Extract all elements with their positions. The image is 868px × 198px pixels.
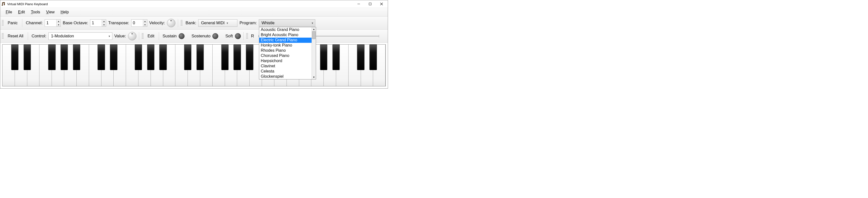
menu-edit[interactable]: Edit — [15, 9, 28, 15]
program-option[interactable]: Clavinet — [259, 64, 312, 69]
black-key[interactable] — [234, 45, 241, 70]
black-key[interactable] — [221, 45, 228, 70]
sostenuto-toggle[interactable] — [212, 33, 218, 39]
piano-keyboard[interactable] — [2, 44, 386, 86]
program-option[interactable]: Glockenspiel — [259, 74, 312, 79]
spin-down-icon[interactable]: ▼ — [57, 23, 61, 27]
spin-up-icon[interactable]: ▲ — [143, 19, 147, 23]
separator — [139, 32, 139, 40]
value-label: Value: — [113, 34, 127, 39]
piano-area — [0, 43, 388, 88]
edit-button[interactable]: Edit — [146, 33, 157, 39]
black-key[interactable] — [73, 45, 80, 70]
menu-tools[interactable]: Tools — [28, 9, 43, 15]
toolbar-handle[interactable] — [246, 33, 248, 39]
spin-down-icon[interactable]: ▼ — [102, 23, 106, 27]
reset-all-button[interactable]: Reset All — [6, 33, 25, 39]
sustain-label: Sustain — [161, 34, 178, 39]
separator — [243, 32, 244, 40]
menu-file[interactable]: File — [3, 9, 15, 15]
menu-view[interactable]: View — [43, 9, 58, 15]
base-octave-input[interactable] — [90, 19, 102, 27]
program-option[interactable]: Honky-tonk Piano — [259, 43, 312, 48]
toolbar-controls: Reset All Control: 1-Modulation ▼ Value:… — [0, 30, 388, 43]
black-key[interactable] — [196, 45, 204, 70]
sostenuto-label: Sostenuto — [190, 34, 212, 39]
scroll-down-icon[interactable]: ▼ — [312, 75, 316, 79]
window-title: Virtual MIDI Piano Keyboard — [7, 2, 48, 6]
channel-spinbox[interactable]: ▲ ▼ — [45, 19, 61, 27]
toolbar-handle[interactable] — [2, 20, 4, 26]
program-combobox[interactable]: Whistle ▼ — [259, 19, 315, 27]
menu-bar: File Edit Tools View Help — [0, 8, 388, 16]
scroll-thumb[interactable] — [312, 31, 315, 39]
separator — [28, 32, 28, 40]
bank-value: General MIDI — [201, 21, 224, 25]
title-bar: Virtual MIDI Piano Keyboard — [0, 0, 388, 8]
close-button[interactable] — [376, 0, 387, 8]
program-option[interactable]: Acoustic Grand Piano — [259, 27, 312, 32]
base-octave-label: Base Octave: — [62, 21, 89, 26]
black-key[interactable] — [333, 45, 340, 70]
velocity-knob[interactable] — [167, 19, 176, 27]
program-option[interactable]: Celesta — [259, 69, 312, 74]
spin-down-icon[interactable]: ▼ — [143, 23, 147, 27]
transpose-input[interactable] — [131, 19, 143, 27]
toolbar-handle[interactable] — [142, 33, 144, 39]
chevron-down-icon: ▼ — [108, 35, 111, 38]
scroll-up-icon[interactable]: ▲ — [312, 27, 316, 31]
sustain-toggle[interactable] — [179, 33, 185, 39]
channel-input[interactable] — [45, 19, 56, 27]
program-dropdown[interactable]: Acoustic Grand PianoBright Acoustic Pian… — [259, 27, 316, 79]
program-option[interactable]: Rhodes Piano — [259, 48, 312, 53]
black-key[interactable] — [61, 45, 68, 70]
panic-button[interactable]: Panic — [6, 20, 20, 26]
transpose-label: Transpose: — [107, 21, 130, 26]
black-key[interactable] — [11, 45, 18, 70]
black-key[interactable] — [98, 45, 105, 70]
black-key[interactable] — [369, 45, 377, 70]
toolbar-handle[interactable] — [2, 33, 4, 39]
black-key[interactable] — [110, 45, 117, 70]
black-key[interactable] — [49, 45, 56, 70]
bank-combobox[interactable]: General MIDI ▼ — [198, 19, 238, 27]
program-option[interactable]: Harpsichord — [259, 58, 312, 64]
toolbar-main: Panic Channel: ▲ ▼ Base Octave: ▲ ▼ Tran… — [0, 16, 388, 30]
program-option[interactable]: Bright Acoustic Piano — [259, 32, 312, 38]
spin-up-icon[interactable]: ▲ — [57, 19, 61, 23]
spin-up-icon[interactable]: ▲ — [102, 19, 106, 23]
transpose-spinbox[interactable]: ▲ ▼ — [131, 19, 147, 27]
separator — [178, 19, 178, 27]
pitch-label-partial: R — [250, 34, 255, 39]
menu-help[interactable]: Help — [58, 9, 72, 15]
toolbar-handle[interactable] — [181, 20, 183, 26]
soft-toggle[interactable] — [235, 33, 241, 39]
control-combobox[interactable]: 1-Modulation ▼ — [49, 32, 113, 40]
black-key[interactable] — [135, 45, 142, 70]
soft-label: Soft — [224, 34, 234, 39]
value-knob[interactable] — [128, 32, 136, 40]
chevron-down-icon: ▼ — [226, 22, 229, 25]
chevron-down-icon: ▼ — [311, 22, 314, 25]
channel-label: Channel: — [25, 21, 44, 26]
control-value: 1-Modulation — [51, 34, 74, 38]
separator — [159, 32, 159, 40]
black-key[interactable] — [246, 45, 253, 70]
base-octave-spinbox[interactable]: ▲ ▼ — [90, 19, 106, 27]
program-option[interactable]: Electric Grand Piano — [259, 38, 312, 43]
black-key[interactable] — [147, 45, 154, 70]
app-icon — [2, 2, 6, 6]
app-window: Virtual MIDI Piano Keyboard File Edit To… — [0, 0, 388, 89]
scrollbar[interactable]: ▲ ▼ — [312, 27, 316, 79]
program-label: Program: — [238, 21, 258, 26]
program-value: Whistle — [261, 21, 274, 25]
minimize-button[interactable] — [353, 0, 364, 8]
black-key[interactable] — [184, 45, 191, 70]
black-key[interactable] — [357, 45, 364, 70]
black-key[interactable] — [159, 45, 167, 70]
velocity-label: Velocity: — [148, 21, 166, 26]
program-option[interactable]: Chorused Piano — [259, 53, 312, 58]
black-key[interactable] — [24, 45, 31, 70]
black-key[interactable] — [320, 45, 327, 70]
maximize-button[interactable] — [364, 0, 376, 8]
